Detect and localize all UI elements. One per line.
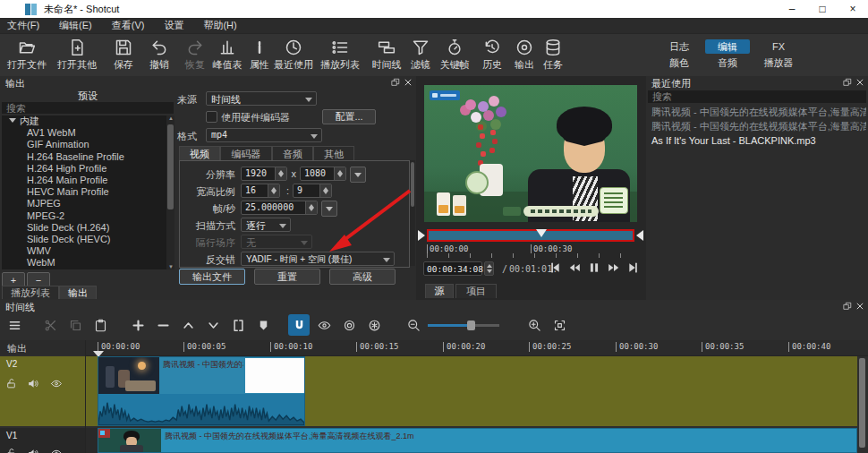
recent-item[interactable]: As If It's Your Last - BLACKPINK.mp3: [648, 133, 866, 148]
trim-in-handle[interactable]: [418, 230, 425, 241]
lock-track-icon[interactable]: [5, 448, 17, 453]
maximize-button[interactable]: □: [807, 0, 838, 18]
tab-project[interactable]: 项目: [455, 284, 497, 298]
tab-other[interactable]: 其他: [313, 146, 354, 161]
preset-item[interactable]: HEVC Main Profile: [2, 186, 174, 198]
preset-item[interactable]: WMV: [2, 245, 174, 257]
zoom-out-button[interactable]: [403, 314, 424, 336]
preset-tree-root[interactable]: 内建: [2, 115, 174, 127]
menu-settings[interactable]: 设置: [164, 19, 183, 32]
preset-item[interactable]: H.264 Baseline Profile: [2, 151, 174, 163]
ripple-toggle[interactable]: [338, 314, 360, 336]
timeline-zoom-slider[interactable]: [428, 319, 499, 331]
close-panel-icon[interactable]: [855, 78, 864, 87]
format-combobox[interactable]: mp4: [206, 128, 322, 142]
master-track-head[interactable]: 输出: [0, 340, 85, 355]
menu-view[interactable]: 查看(V): [112, 19, 145, 32]
fps-spinner[interactable]: 25.000000: [241, 201, 318, 215]
snap-toggle[interactable]: [288, 314, 310, 336]
layout-audio[interactable]: 音频: [705, 56, 750, 70]
settings-scrollbar[interactable]: [410, 160, 415, 266]
v2-clip[interactable]: 腾讯视频 - 中国领先的在线视频媒体平台,海: [98, 356, 305, 426]
menu-edit[interactable]: 编辑(E): [59, 19, 92, 32]
timeline-menu-button[interactable]: [4, 314, 25, 336]
close-panel-icon[interactable]: [855, 302, 864, 311]
tab-playlist[interactable]: 播放列表: [2, 286, 59, 299]
tab-source[interactable]: 源: [425, 284, 454, 298]
fps-preset-dropdown[interactable]: [321, 201, 337, 217]
player-playhead[interactable]: [536, 229, 547, 237]
marker-button[interactable]: [252, 314, 274, 336]
timecode-spinner[interactable]: [484, 261, 494, 276]
rewind-button[interactable]: [568, 261, 581, 276]
close-button[interactable]: ×: [838, 0, 868, 18]
hw-encoder-label[interactable]: 使用硬件编码器: [221, 111, 290, 124]
split-button[interactable]: [227, 314, 249, 336]
advanced-button[interactable]: 高级: [329, 269, 396, 285]
resolution-preset-dropdown[interactable]: [350, 167, 366, 183]
recent-item[interactable]: 腾讯视频 - 中国领先的在线视频媒体平台,海量高清视频...: [648, 119, 866, 133]
trim-out-handle[interactable]: [636, 230, 643, 241]
player-scrub-bar[interactable]: [427, 229, 634, 242]
res-width-spinner[interactable]: 1920: [241, 167, 287, 181]
layout-fx[interactable]: FX: [753, 39, 804, 54]
layout-logging[interactable]: 日志: [657, 39, 702, 54]
minimize-button[interactable]: –: [777, 0, 807, 18]
tab-video[interactable]: 视频: [179, 146, 220, 161]
deinterlacer-combobox[interactable]: YADIF - 时间 + 空间 (最佳): [241, 252, 395, 266]
res-height-spinner[interactable]: 1080: [300, 167, 346, 181]
hide-track-icon[interactable]: [50, 448, 63, 453]
fast-forward-button[interactable]: [608, 261, 620, 276]
aspect-h-spinner[interactable]: 9: [293, 184, 332, 198]
v1-clip-fade-handle[interactable]: [100, 431, 105, 435]
preset-item[interactable]: H.264 High Profile: [2, 163, 174, 175]
ripple-delete-button[interactable]: [152, 314, 174, 336]
v1-clip[interactable]: 腾讯视频 - 中国领先的在线视频媒体平台,海量高清视频在线观看_2.1m: [98, 428, 857, 453]
lock-track-icon[interactable]: [5, 378, 17, 391]
tab-codec[interactable]: 编码器: [220, 146, 272, 161]
open-other-button[interactable]: 打开其他: [54, 38, 100, 72]
zoom-slider-handle[interactable]: [467, 321, 475, 330]
from-combobox[interactable]: 时间线: [206, 91, 317, 106]
reset-button[interactable]: 重置: [254, 269, 320, 285]
track-head-v1[interactable]: V1: [0, 428, 85, 453]
recent-item[interactable]: 腾讯视频 - 中国领先的在线视频媒体平台,海量高清视频...: [648, 105, 866, 119]
scan-mode-combobox[interactable]: 逐行: [241, 218, 291, 232]
paste-button[interactable]: [89, 314, 111, 336]
recent-search-input[interactable]: [648, 90, 866, 103]
track-v1-lane[interactable]: 腾讯视频 - 中国领先的在线视频媒体平台,海量高清视频在线观看_2.1m: [85, 428, 857, 453]
preset-item[interactable]: Slide Deck (H.264): [2, 222, 174, 234]
preset-item[interactable]: MJPEG: [2, 198, 174, 209]
zoom-in-button[interactable]: [523, 314, 545, 336]
export-file-button[interactable]: 输出文件: [179, 269, 245, 285]
preset-item[interactable]: MPEG-2: [2, 210, 174, 222]
mute-track-icon[interactable]: [27, 448, 38, 453]
tab-export[interactable]: 输出: [59, 286, 97, 299]
layout-color[interactable]: 颜色: [657, 56, 702, 70]
preset-list-scrollbar[interactable]: ▲ ▼: [166, 115, 174, 269]
layout-editing[interactable]: 编辑: [705, 39, 750, 54]
preset-item[interactable]: WebM: [2, 257, 174, 269]
preset-item[interactable]: Slide Deck (HEVC): [2, 234, 174, 245]
preset-item[interactable]: GIF Animation: [2, 139, 174, 150]
preset-search-input[interactable]: [2, 102, 174, 114]
timeline-ruler[interactable]: 00:00:00 00:00:05 00:00:10 00:00:15 00:0…: [85, 340, 868, 356]
recent-button[interactable]: 最近使用: [270, 38, 317, 72]
track-v2-lane[interactable]: 腾讯视频 - 中国领先的在线视频媒体平台,海: [85, 356, 857, 426]
layout-player[interactable]: 播放器: [753, 56, 804, 70]
scrub-while-dragging-toggle[interactable]: [313, 314, 335, 336]
float-panel-icon[interactable]: [843, 302, 852, 311]
ripple-all-tracks-toggle[interactable]: [363, 314, 385, 336]
preset-item[interactable]: H.264 Main Profile: [2, 175, 174, 186]
zoom-fit-button[interactable]: [549, 314, 570, 336]
hw-encoder-checkbox[interactable]: [206, 111, 217, 123]
configure-button[interactable]: 配置...: [322, 109, 376, 124]
preset-item[interactable]: AV1 WebM: [2, 127, 174, 139]
timeline-vertical-scrollbar[interactable]: [858, 356, 866, 453]
append-button[interactable]: [127, 314, 149, 336]
current-timecode-field[interactable]: 00:00:34:08: [423, 261, 482, 276]
pause-button[interactable]: [588, 261, 600, 276]
lift-button[interactable]: [177, 314, 199, 336]
skip-start-button[interactable]: [549, 261, 561, 276]
open-file-button[interactable]: 打开文件: [4, 38, 50, 72]
